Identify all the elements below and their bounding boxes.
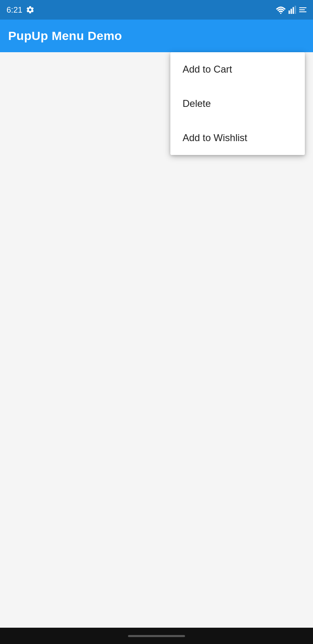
main-content: Add to Cart Delete Add to Wishlist xyxy=(0,52,313,628)
status-right xyxy=(276,6,306,14)
status-bar: 6:21 xyxy=(0,0,313,20)
gear-icon xyxy=(26,5,35,14)
status-left: 6:21 xyxy=(7,5,35,15)
svg-rect-2 xyxy=(291,9,292,14)
svg-rect-4 xyxy=(295,6,296,14)
signal-icon xyxy=(289,6,297,14)
svg-point-0 xyxy=(280,13,281,14)
wifi-icon xyxy=(276,6,286,14)
add-to-wishlist-menu-item[interactable]: Add to Wishlist xyxy=(170,121,305,155)
add-to-cart-menu-item[interactable]: Add to Cart xyxy=(170,52,305,86)
app-title: PupUp Menu Demo xyxy=(8,29,122,43)
home-indicator xyxy=(128,635,185,637)
status-time: 6:21 xyxy=(7,5,22,15)
delete-menu-item[interactable]: Delete xyxy=(170,86,305,121)
svg-rect-3 xyxy=(293,7,294,14)
bottom-navigation-bar xyxy=(0,628,313,644)
app-bar: PupUp Menu Demo xyxy=(0,20,313,52)
svg-rect-1 xyxy=(289,11,290,14)
popup-menu: Add to Cart Delete Add to Wishlist xyxy=(170,52,305,155)
overflow-menu-icon xyxy=(299,7,306,13)
